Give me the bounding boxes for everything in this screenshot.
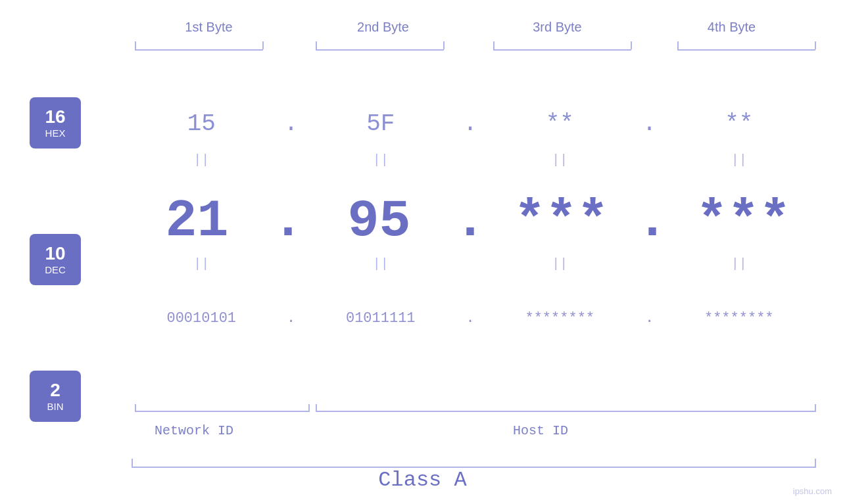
- hex-badge: 16 HEX: [30, 97, 81, 149]
- hex-value-3: **: [546, 110, 574, 137]
- bin-cell-4: ********: [660, 310, 819, 327]
- rows-area: 15 . 5F . ** . ** || || || ||: [122, 97, 819, 344]
- host-bracket-line: [316, 411, 815, 412]
- bin-row: 00010101 . 01011111 . ******** . *******…: [122, 292, 819, 344]
- bracket-tick: [493, 41, 495, 49]
- eq-1-2: ||: [301, 152, 461, 168]
- hex-value-1: 15: [187, 110, 216, 137]
- hex-dot-3: .: [640, 110, 660, 137]
- byte-header-4: 4th Byte: [644, 20, 819, 35]
- bracket-tick: [262, 41, 264, 49]
- dec-dot-1: .: [272, 191, 304, 251]
- hex-dot-1: .: [281, 110, 301, 137]
- hex-cell-4: **: [660, 110, 819, 137]
- bracket-line-1: [135, 49, 263, 51]
- dec-value-4: ***: [696, 191, 790, 251]
- bin-badge: 2 BIN: [30, 371, 81, 422]
- bin-cell-3: ********: [480, 310, 640, 327]
- network-id-label: Network ID: [155, 423, 233, 438]
- host-id-label: Host ID: [513, 423, 568, 438]
- net-bracket-line: [135, 411, 309, 412]
- eq-row-2: || || || ||: [122, 254, 819, 273]
- bracket-tick: [677, 41, 679, 49]
- eq-1-4: ||: [660, 152, 819, 168]
- bin-value-2: 01011111: [346, 310, 416, 327]
- dec-value-2: 95: [347, 191, 410, 251]
- hex-row: 15 . 5F . ** . **: [122, 97, 819, 150]
- bracket-tick: [135, 41, 136, 49]
- hex-cell-1: 15: [122, 110, 281, 137]
- bracket-line-3: [493, 49, 631, 51]
- bin-dot-3: .: [640, 310, 660, 327]
- bracket-line-4: [677, 49, 815, 51]
- bracket-line-2: [316, 49, 444, 51]
- hex-value-4: **: [725, 110, 753, 137]
- dec-row: 21 . 95 . *** . ***: [122, 188, 819, 254]
- bracket-tick: [316, 41, 317, 49]
- eq-row-1: || || || ||: [122, 150, 819, 170]
- hex-num: 16: [45, 107, 65, 127]
- hex-cell-2: 5F: [301, 110, 461, 137]
- hex-cell-3: **: [480, 110, 640, 137]
- bin-value-3: ********: [525, 310, 594, 327]
- eq-2-4: ||: [660, 256, 819, 271]
- class-bracket-right: [815, 459, 816, 468]
- main-container: 1st Byte 2nd Byte 3rd Byte 4th Byte 16 H…: [0, 0, 845, 504]
- bin-value-4: ********: [704, 310, 774, 327]
- byte-headers: 1st Byte 2nd Byte 3rd Byte 4th Byte: [122, 20, 819, 35]
- bracket-tick: [443, 41, 445, 49]
- dec-value-3: ***: [514, 191, 608, 251]
- dec-badge: 10 DEC: [30, 234, 81, 285]
- bin-dot-1: .: [281, 310, 301, 327]
- host-bracket-right: [815, 404, 816, 412]
- eq-2-2: ||: [301, 256, 461, 271]
- dec-cell-3: ***: [486, 191, 637, 251]
- dec-dot-2: .: [454, 191, 486, 251]
- hex-value-2: 5F: [366, 110, 395, 137]
- dec-cell-2: 95: [304, 191, 454, 251]
- dec-value-1: 21: [165, 191, 228, 251]
- eq-1-3: ||: [480, 152, 640, 168]
- bin-value-1: 00010101: [166, 310, 236, 327]
- bin-num: 2: [50, 380, 60, 401]
- bin-label: BIN: [47, 401, 63, 412]
- hex-dot-2: .: [460, 110, 480, 137]
- dec-cell-1: 21: [122, 191, 272, 251]
- class-bracket-left: [132, 459, 133, 468]
- watermark: ipshu.com: [793, 486, 832, 496]
- dec-dot-3: .: [637, 191, 668, 251]
- dec-cell-4: ***: [668, 191, 819, 251]
- eq-1-1: ||: [122, 152, 281, 168]
- net-bracket-right: [308, 404, 310, 412]
- eq-2-1: ||: [122, 256, 281, 271]
- bracket-tick: [631, 41, 632, 49]
- eq-2-3: ||: [480, 256, 640, 271]
- byte-header-1: 1st Byte: [122, 20, 296, 35]
- dec-label: DEC: [45, 264, 66, 275]
- dec-num: 10: [45, 244, 65, 264]
- bin-cell-2: 01011111: [301, 310, 461, 327]
- class-label: Class A: [0, 468, 845, 492]
- byte-header-2: 2nd Byte: [296, 20, 470, 35]
- bracket-tick: [815, 41, 816, 49]
- bin-cell-1: 00010101: [122, 310, 281, 327]
- hex-label: HEX: [45, 127, 66, 139]
- byte-header-3: 3rd Byte: [470, 20, 644, 35]
- bin-dot-2: .: [460, 310, 480, 327]
- base-labels: 16 HEX 10 DEC 2 BIN: [30, 97, 81, 422]
